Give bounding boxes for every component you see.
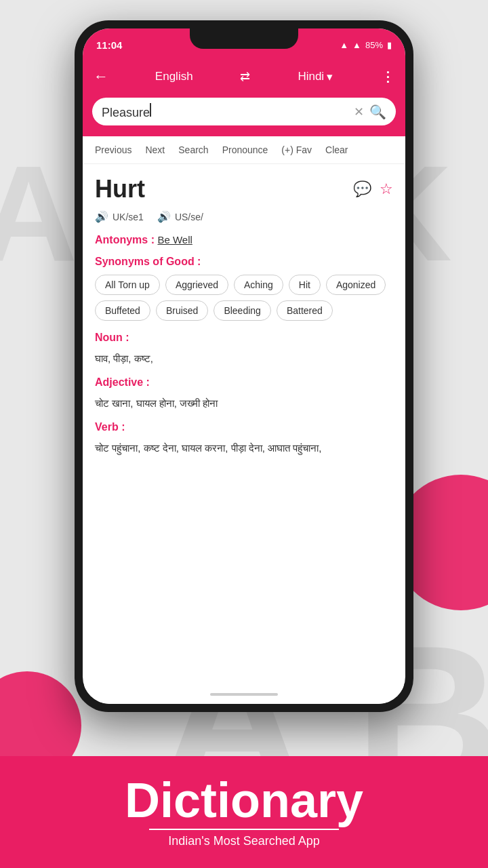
search-bar-container: Pleasure ✕ 🔍 bbox=[83, 92, 405, 136]
search-nav-button[interactable]: Search bbox=[174, 142, 212, 158]
search-bar: Pleasure ✕ 🔍 bbox=[92, 98, 396, 125]
clear-search-button[interactable]: ✕ bbox=[354, 104, 364, 119]
main-word: Hurt bbox=[95, 175, 145, 203]
phone-screen: 11:04 ▲ ▲ 85% ▮ ← English ⇄ Hindi ▾ ⋮ bbox=[83, 28, 405, 704]
signal-icon: ▲ bbox=[352, 40, 361, 50]
bottom-brand: Dictionary Indian's Most Searched App bbox=[0, 756, 488, 868]
search-input[interactable]: Pleasure bbox=[102, 103, 348, 120]
language-from[interactable]: English bbox=[117, 70, 232, 83]
phone-frame: 11:04 ▲ ▲ 85% ▮ ← English ⇄ Hindi ▾ ⋮ bbox=[75, 20, 413, 712]
status-time: 11:04 bbox=[96, 39, 122, 51]
word-header: Hurt 💬 ☆ bbox=[95, 175, 393, 203]
swap-languages-button[interactable]: ⇄ bbox=[240, 69, 250, 84]
previous-button[interactable]: Previous bbox=[91, 142, 136, 158]
language-to-label: Hindi bbox=[298, 70, 324, 83]
pronunciation-uk: 🔊 UK/se1 bbox=[95, 210, 144, 223]
home-indicator bbox=[210, 693, 278, 696]
noun-text: घाव, पीड़ा, कष्ट, bbox=[95, 351, 393, 367]
favorite-button[interactable]: ☆ bbox=[380, 180, 393, 198]
synonym-tag-1[interactable]: Aggrieved bbox=[165, 275, 228, 295]
language-to-container[interactable]: Hindi ▾ bbox=[258, 70, 373, 84]
battery-indicator: 85% bbox=[365, 40, 383, 50]
brand-subtitle: Indian's Most Searched App bbox=[168, 834, 320, 848]
synonyms-tags: All Torn up Aggrieved Aching Hit Agonize… bbox=[95, 275, 393, 321]
verb-section: Verb : चोट पहुंचाना, कष्ट देना, घायल करन… bbox=[95, 421, 393, 456]
synonym-tag-0[interactable]: All Torn up bbox=[95, 275, 160, 295]
pronunciation-us: 🔊 US/se/ bbox=[157, 210, 203, 223]
synonym-tag-3[interactable]: Hit bbox=[289, 275, 321, 295]
noun-label: Noun : bbox=[95, 332, 393, 344]
adjective-label: Adjective : bbox=[95, 376, 393, 389]
more-options-button[interactable]: ⋮ bbox=[381, 68, 394, 85]
back-button[interactable]: ← bbox=[94, 68, 108, 85]
synonym-tag-6[interactable]: Bruised bbox=[156, 300, 208, 321]
verb-text: चोट पहुंचाना, कष्ट देना, घायल करना, पीड़… bbox=[95, 440, 393, 456]
speak-word-button[interactable]: 💬 bbox=[353, 180, 371, 198]
status-bar: 11:04 ▲ ▲ 85% ▮ bbox=[83, 28, 405, 61]
app-header: ← English ⇄ Hindi ▾ ⋮ bbox=[83, 61, 405, 92]
synonym-tag-4[interactable]: Agonized bbox=[326, 275, 386, 295]
content-area: Hurt 💬 ☆ 🔊 UK/se1 🔊 US/se/ Anto bbox=[83, 164, 405, 685]
brand-divider bbox=[149, 829, 339, 830]
adjective-text: चोट खाना, घायल होना, जख्मी होना bbox=[95, 395, 393, 412]
noun-section: Noun : घाव, पीड़ा, कष्ट, bbox=[95, 332, 393, 367]
speaker-us-icon[interactable]: 🔊 bbox=[157, 210, 171, 223]
home-indicator-area bbox=[83, 685, 405, 704]
antonyms-label: Antonyms : bbox=[95, 234, 155, 245]
word-action-icons: 💬 ☆ bbox=[353, 180, 393, 198]
pronunciation-us-text: US/se/ bbox=[175, 212, 203, 222]
wifi-icon: ▲ bbox=[340, 40, 348, 50]
pronunciation-uk-text: UK/se1 bbox=[113, 212, 144, 222]
speaker-uk-icon[interactable]: 🔊 bbox=[95, 210, 108, 223]
battery-icon: ▮ bbox=[387, 40, 392, 50]
search-button-icon[interactable]: 🔍 bbox=[369, 104, 386, 120]
antonym-value[interactable]: Be Well bbox=[157, 234, 192, 245]
synonym-tag-2[interactable]: Aching bbox=[234, 275, 283, 295]
synonym-tag-7[interactable]: Bleeding bbox=[214, 300, 271, 321]
notch bbox=[190, 28, 298, 49]
antonyms-section: Antonyms : Be Well bbox=[95, 234, 393, 246]
chevron-down-icon: ▾ bbox=[327, 70, 333, 84]
synonym-tag-5[interactable]: Buffeted bbox=[95, 300, 150, 321]
nav-buttons: Previous Next Search Pronounce (+) Fav C… bbox=[83, 136, 405, 164]
brand-title: Dictionary bbox=[125, 776, 363, 825]
synonym-tag-8[interactable]: Battered bbox=[277, 300, 333, 321]
fav-button[interactable]: (+) Fav bbox=[277, 142, 316, 158]
next-button[interactable]: Next bbox=[141, 142, 169, 158]
clear-button[interactable]: Clear bbox=[321, 142, 352, 158]
synonyms-section: Synonyms of Good : All Torn up Aggrieved… bbox=[95, 256, 393, 321]
status-icons: ▲ ▲ 85% ▮ bbox=[340, 40, 392, 50]
adjective-section: Adjective : चोट खाना, घायल होना, जख्मी ह… bbox=[95, 376, 393, 412]
pronounce-button[interactable]: Pronounce bbox=[218, 142, 272, 158]
synonyms-label: Synonyms of Good : bbox=[95, 256, 393, 268]
pronunciation-section: 🔊 UK/se1 🔊 US/se/ bbox=[95, 210, 393, 223]
verb-label: Verb : bbox=[95, 421, 393, 433]
